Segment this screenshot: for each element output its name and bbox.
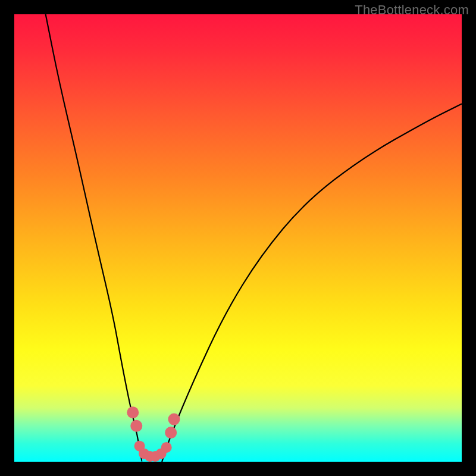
data-marker (130, 420, 142, 432)
chart-frame (14, 14, 462, 462)
curve-right-branch (162, 104, 462, 462)
watermark-text: TheBottleneck.com (355, 2, 469, 18)
data-marker (127, 406, 139, 418)
data-marker (168, 414, 180, 425)
data-marker (161, 442, 172, 453)
chart-svg (14, 14, 462, 462)
curve-left-branch (46, 14, 142, 462)
data-marker (165, 427, 177, 439)
